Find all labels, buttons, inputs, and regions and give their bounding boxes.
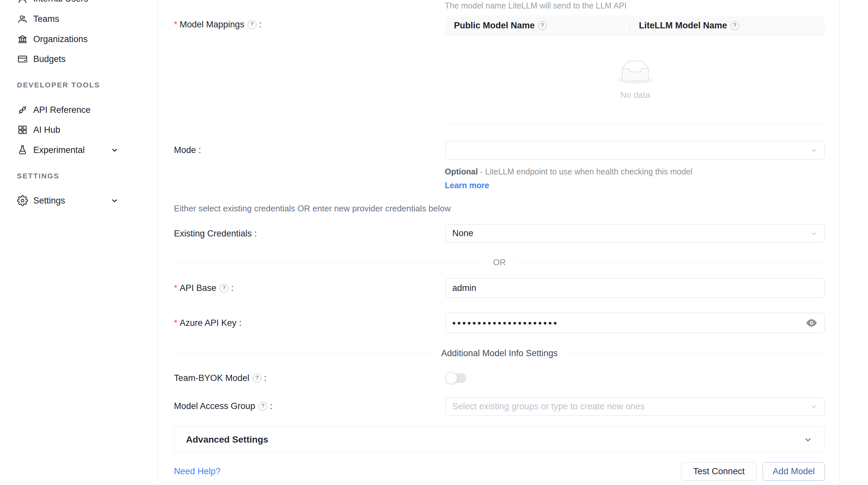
azure-api-key-input[interactable]: ••••••••••••••••••••• [445, 313, 825, 333]
sidebar-item-label: Internal Users [33, 0, 88, 4]
sidebar-section-developer-tools: DEVELOPER TOOLS [17, 81, 100, 89]
api-base-label: API Base [174, 282, 234, 294]
chevron-down-icon [110, 146, 119, 155]
bank-icon [16, 33, 29, 45]
sidebar-item-label: AI Hub [33, 125, 60, 135]
required-asterisk [174, 282, 180, 294]
advanced-settings-panel[interactable]: Advanced Settings [174, 426, 825, 453]
azure-api-key-masked-value: ••••••••••••••••••••• [452, 314, 559, 332]
teams-icon [16, 13, 29, 25]
model-mappings-label: Model Mappings [174, 19, 261, 30]
sidebar-section-settings: SETTINGS [17, 172, 59, 181]
sidebar-item-api-reference[interactable]: API Reference [0, 100, 158, 120]
team-byok-toggle[interactable] [446, 373, 466, 383]
model-access-group-label: Model Access Group [174, 400, 273, 412]
gear-icon [16, 194, 29, 207]
mode-help-text: Optional - LiteLLM endpoint to use when … [445, 165, 716, 192]
mode-select[interactable] [445, 141, 825, 160]
empty-box-icon [617, 60, 654, 86]
sidebar-item-budgets[interactable]: Budgets [0, 49, 158, 69]
table-empty-state: No data [445, 36, 825, 125]
form-footer: Need Help? Test Connect Add Model [174, 462, 825, 481]
model-name-hint: The model name LiteLLM will send to the … [445, 0, 626, 11]
sidebar-item-ai-hub[interactable]: AI Hub [0, 120, 158, 140]
chevron-down-icon [810, 402, 818, 411]
team-byok-label: Team-BYOK Model [174, 372, 267, 384]
help-circle-icon[interactable] [253, 374, 261, 383]
model-mappings-table: Public Model Name LiteLLM Model Name No … [445, 15, 825, 125]
column-header-litellm-model-name: LiteLLM Model Name [629, 20, 739, 31]
add-model-form: The model name LiteLLM will send to the … [158, 0, 840, 485]
existing-credentials-value: None [452, 228, 473, 238]
test-connect-button[interactable]: Test Connect [681, 462, 757, 481]
mode-label: Mode [174, 144, 201, 156]
table-header-row: Public Model Name LiteLLM Model Name [445, 15, 825, 36]
required-asterisk [174, 19, 180, 30]
api-base-input[interactable]: admin [445, 278, 825, 298]
chevron-down-icon [810, 229, 818, 238]
sidebar-item-organizations[interactable]: Organizations [0, 29, 158, 49]
help-circle-icon[interactable] [258, 402, 267, 411]
help-circle-icon[interactable] [538, 21, 547, 30]
existing-credentials-select[interactable]: None [445, 224, 825, 243]
eye-icon[interactable] [805, 316, 818, 329]
help-circle-icon[interactable] [248, 20, 256, 29]
or-divider: OR [174, 257, 825, 268]
sidebar: Internal Users Teams Organizations Budge… [0, 0, 158, 485]
chevron-down-icon [810, 146, 818, 155]
api-plug-icon [16, 104, 29, 116]
help-circle-icon[interactable] [220, 284, 228, 293]
sidebar-item-label: Organizations [33, 34, 88, 44]
additional-settings-divider: Additional Model Info Settings [174, 348, 825, 359]
need-help-link[interactable]: Need Help? [174, 466, 221, 477]
sidebar-item-settings[interactable]: Settings [0, 191, 158, 211]
column-header-public-model-name: Public Model Name [445, 21, 629, 31]
add-model-button[interactable]: Add Model [763, 462, 825, 481]
sidebar-item-label: Budgets [33, 54, 66, 64]
sidebar-item-teams[interactable]: Teams [0, 9, 158, 29]
no-data-text: No data [620, 90, 650, 100]
credit-card-icon [16, 53, 29, 65]
grid-icon [16, 124, 29, 136]
advanced-settings-title: Advanced Settings [186, 434, 268, 445]
sidebar-item-internal-users[interactable]: Internal Users [0, 0, 158, 9]
help-circle-icon[interactable] [730, 21, 739, 30]
azure-api-key-label: Azure API Key [174, 317, 242, 329]
add-model-page: Internal Users Teams Organizations Budge… [0, 0, 868, 485]
sidebar-item-label: Teams [33, 14, 59, 24]
sidebar-item-experimental[interactable]: Experimental [0, 140, 158, 160]
sidebar-item-label: Settings [33, 196, 65, 206]
chevron-down-icon [110, 196, 119, 205]
model-access-group-select[interactable]: Select existing groups or type to create… [445, 397, 825, 416]
sidebar-item-label: API Reference [33, 105, 91, 115]
model-access-group-placeholder: Select existing groups or type to create… [452, 401, 645, 412]
chevron-down-icon [803, 435, 813, 445]
user-icon [16, 0, 29, 5]
api-base-value: admin [452, 283, 476, 293]
existing-credentials-label: Existing Credentials [174, 228, 257, 239]
toggle-knob [445, 372, 458, 384]
learn-more-link[interactable]: Learn more [445, 181, 489, 190]
required-asterisk [174, 317, 180, 329]
sidebar-item-label: Experimental [33, 145, 85, 155]
flask-icon [16, 144, 29, 156]
credentials-note: Either select existing credentials OR en… [174, 203, 451, 214]
